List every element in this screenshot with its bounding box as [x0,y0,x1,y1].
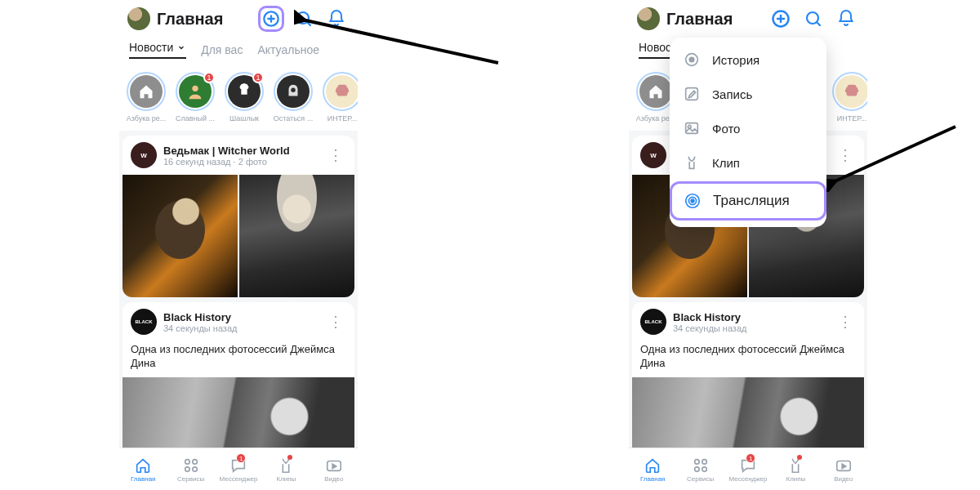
svg-point-15 [694,466,699,471]
nav-services[interactable]: Сервисы [676,448,724,490]
clips-icon [786,457,804,474]
search-button[interactable] [291,6,317,32]
tab-news[interactable]: Новости [129,41,186,59]
popup-label: Фото [712,122,740,136]
popup-item-post[interactable]: Запись [670,77,826,111]
post-image[interactable] [632,377,864,448]
popup-item-photo[interactable]: Фото [670,111,826,145]
clip-icon [683,154,701,172]
nav-video[interactable]: Видео [310,448,358,490]
nav-dot [797,455,802,460]
post-header: BLACK Black History 34 секунды назад ⋮ [122,302,354,341]
feed-post[interactable]: BLACK Black History 34 секунды назад ⋮ О… [632,302,864,448]
popup-label: Трансляция [713,193,790,209]
post-avatar[interactable]: BLACK [131,309,157,335]
post-time: 34 секунды назад [673,323,828,333]
post-text: Одна из последних фотосессий Джеймса Дин… [632,341,864,377]
post-images[interactable] [122,175,354,297]
tab-trending[interactable]: Актуальное [257,41,319,59]
add-button[interactable] [258,6,284,32]
home-icon [644,457,662,474]
svg-point-2 [192,86,198,91]
popup-item-story[interactable]: История [670,42,826,77]
popup-label: Запись [712,87,752,101]
story-item[interactable]: Азбука ре... [124,72,168,122]
topbar: Главная [629,0,867,38]
nav-label: Клипы [786,475,805,483]
story-ring [127,72,166,111]
nav-msg[interactable]: 1Мессенджер [724,448,772,490]
nav-label: Видео [324,475,343,483]
topbar: Главная [119,0,358,38]
add-popup-menu: ИсторияЗаписьФотоКлипТрансляция [670,38,826,227]
page-title: Главная [666,10,761,29]
post-image[interactable] [122,175,238,297]
post-avatar[interactable]: BLACK [640,309,666,335]
tab-for-you[interactable]: Для вас [201,41,243,59]
post-header: BLACK Black History 34 секунды назад ⋮ [632,302,864,341]
nav-home[interactable]: Главная [629,448,676,490]
post-author[interactable]: Ведьмак | Witcher World [163,145,318,157]
services-icon [182,457,200,474]
stories-row[interactable]: Азбука ре...1Славный ...1ШашлыкОстаться … [119,65,358,131]
nav-label: Мессенджер [220,475,258,483]
svg-point-7 [192,466,197,471]
post-icon [683,85,701,103]
story-ring: 1 [176,72,215,111]
story-item[interactable]: ИНТЕР... [830,72,867,122]
post-image[interactable] [239,175,354,297]
post-author[interactable]: Black History [163,311,318,323]
story-label: ИНТЕР... [327,114,357,122]
nav-dot [287,455,292,460]
add-button[interactable] [768,6,794,32]
nav-clips[interactable]: Клипы [262,448,310,490]
services-icon [692,457,710,474]
story-badge: 1 [203,72,215,83]
svg-point-3 [291,87,296,92]
story-item[interactable]: ИНТЕР... [320,72,358,122]
story-ring [274,72,313,111]
search-button[interactable] [800,6,826,32]
story-label: ИНТЕР... [837,114,866,122]
popup-label: История [712,53,760,67]
post-header: W Ведьмак | Witcher World 16 секунд наза… [122,136,354,175]
story-ring: 1 [225,72,264,111]
feed[interactable]: W Ведьмак | Witcher World 16 секунд наза… [119,131,358,448]
nav-label: Главная [640,475,665,483]
popup-item-live[interactable]: Трансляция [670,181,826,220]
video-icon [835,457,853,474]
bell-icon [836,9,856,29]
svg-point-25 [691,199,694,203]
photo-icon [683,119,701,137]
story-item[interactable]: Остаться ... [271,72,315,122]
post-author[interactable]: Black History [673,311,828,323]
nav-label: Видео [834,475,853,483]
feed-post[interactable]: BLACK Black History 34 секунды назад ⋮ О… [122,302,354,448]
feed-post[interactable]: W Ведьмак | Witcher World 16 секунд наза… [122,136,354,297]
story-ring [832,72,867,111]
svg-point-19 [689,57,694,62]
plus-circle-icon [262,9,280,29]
search-icon [294,9,314,29]
nav-msg[interactable]: 1Мессенджер [215,448,262,490]
post-avatar[interactable]: W [131,142,157,168]
profile-avatar[interactable] [637,7,660,30]
nav-video[interactable]: Видео [820,448,867,490]
post-avatar[interactable]: W [640,142,666,168]
story-item[interactable]: 1Славный ... [173,72,217,122]
nav-label: Сервисы [687,475,714,483]
phone-right: Главная Новости Для вас Актуальное Азбук… [629,0,867,490]
story-label: Азбука ре... [127,114,167,122]
bottom-nav: ГлавнаяСервисы1МессенджерКлипыВидео [629,448,867,490]
page-title: Главная [157,10,252,29]
post-image[interactable] [122,377,354,448]
popup-item-clip[interactable]: Клип [670,145,826,180]
svg-point-16 [702,466,706,471]
profile-avatar[interactable] [127,7,150,30]
nav-clips[interactable]: Клипы [772,448,819,490]
notifications-button[interactable] [323,6,350,32]
nav-services[interactable]: Сервисы [167,448,214,490]
story-item[interactable]: 1Шашлык [222,72,266,122]
notifications-button[interactable] [833,6,859,32]
nav-home[interactable]: Главная [119,448,167,490]
